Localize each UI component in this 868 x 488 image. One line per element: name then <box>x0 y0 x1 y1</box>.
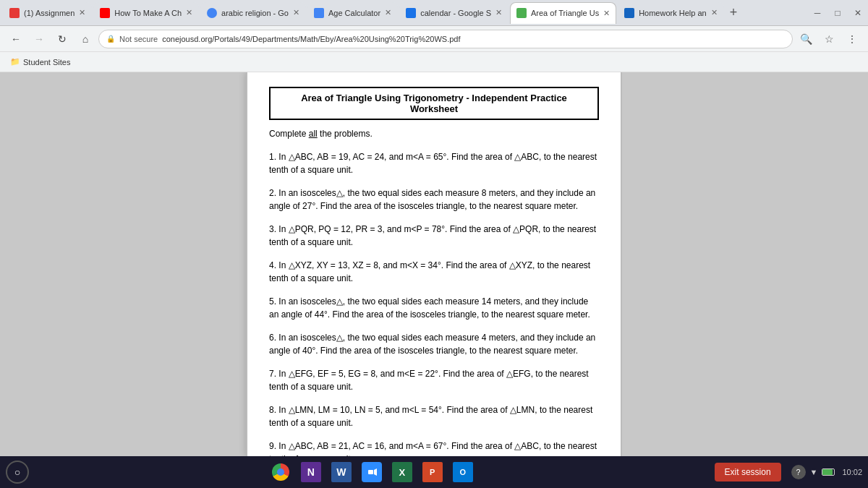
battery-icon <box>822 468 835 476</box>
taskbar-onenote-icon[interactable]: N <box>298 459 324 485</box>
taskbar-excel-icon[interactable]: X <box>389 459 415 485</box>
tab-label-triangle: Area of Triangle Us <box>531 9 599 17</box>
forward-button[interactable]: → <box>29 29 49 49</box>
problem-1: 1. In △ABC, AB = 19, AC = 24, and m<A = … <box>269 150 599 176</box>
triangle-favicon <box>516 8 527 18</box>
browser-content: Area of Triangle Using Trigonometry - In… <box>0 72 868 456</box>
tab-close-google-arabic[interactable]: ✕ <box>293 8 299 17</box>
lock-icon: 🔒 <box>106 35 115 43</box>
taskbar-zoom-icon[interactable] <box>359 459 385 485</box>
zoom-svg <box>365 466 378 479</box>
close-button[interactable]: ✕ <box>851 6 865 20</box>
problem-5: 5. In an isosceles△, the two equal sides… <box>269 295 599 321</box>
taskbar: ○ N W X P O Exit session <box>0 456 868 488</box>
address-bar[interactable]: 🔒 Not secure conejousd.org/Portals/49/De… <box>98 30 793 48</box>
problem-9: 9. In △ABC, AB = 21, AC = 16, and m<A = … <box>269 440 599 456</box>
minimize-button[interactable]: ─ <box>810 6 825 20</box>
home-button[interactable]: ⌂ <box>75 29 95 49</box>
svg-rect-1 <box>368 470 373 474</box>
problem-7: 7. In △EFG, EF = 5, EG = 8, and m<E = 22… <box>269 367 599 393</box>
tab-label-assignments: (1) Assignmen <box>24 9 75 17</box>
window-controls: ─ □ ✕ <box>810 6 865 20</box>
taskbar-word-icon[interactable]: W <box>328 459 354 485</box>
taskbar-home-button[interactable]: ○ <box>6 461 29 484</box>
menu-icon[interactable]: ⋮ <box>842 29 862 49</box>
taskbar-powerpoint-icon[interactable]: P <box>420 459 446 485</box>
problem-2-text: 2. In an isosceles△, the two equal sides… <box>269 188 595 211</box>
battery-level <box>822 469 833 475</box>
problem-1-text: 1. In △ABC, AB = 19, AC = 24, and m<A = … <box>269 152 597 175</box>
tab-calculator[interactable]: Age Calculator ✕ <box>307 2 398 24</box>
bookmarks-bar: 📁 Student Sites <box>0 52 868 72</box>
tab-close-triangle[interactable]: ✕ <box>603 9 610 18</box>
pdf-page: Area of Triangle Using Trigonometry - In… <box>246 72 622 456</box>
exit-session-button[interactable]: Exit session <box>715 463 781 481</box>
problem-8-text: 8. In △LMN, LM = 10, LN = 5, and m<L = 5… <box>269 405 592 428</box>
calculator-favicon <box>314 8 324 18</box>
problem-3-text: 3. In △PQR, PQ = 12, PR = 3, and m<P = 7… <box>269 224 596 247</box>
problem-7-text: 7. In △EFG, EF = 5, EG = 8, and m<E = 22… <box>269 369 589 392</box>
address-text: conejousd.org/Portals/49/Departments/Mat… <box>162 35 460 43</box>
arrow-down-icon[interactable]: ▼ <box>810 468 818 476</box>
security-label: Not secure <box>119 35 158 43</box>
taskbar-outlook-icon[interactable]: O <box>450 459 476 485</box>
bookmark-student-sites[interactable]: 📁 Student Sites <box>6 56 75 68</box>
worksheet-subtitle: Complete all the problems. <box>269 129 599 139</box>
tab-label-google-arabic: arabic religion - Go <box>221 9 289 17</box>
problem-6-text: 6. In an isosceles△, the two equal sides… <box>269 333 595 356</box>
outlook-logo: O <box>453 462 473 482</box>
problem-9-text: 9. In △ABC, AB = 21, AC = 16, and m<A = … <box>269 441 597 456</box>
zoom-logo <box>362 462 382 482</box>
tab-close-calendar[interactable]: ✕ <box>495 8 502 17</box>
new-tab-button[interactable]: + <box>726 5 742 20</box>
excel-logo: X <box>392 462 412 482</box>
tab-label-calculator: Age Calculator <box>328 9 380 17</box>
tab-label-youtube: How To Make A Ch <box>114 9 182 17</box>
folder-icon: 📁 <box>10 57 20 67</box>
tab-close-calculator[interactable]: ✕ <box>385 8 391 17</box>
tab-assignments[interactable]: (1) Assignmen ✕ <box>3 2 92 24</box>
reload-button[interactable]: ↻ <box>52 29 72 49</box>
tab-close-assignments[interactable]: ✕ <box>79 8 85 17</box>
assignments-favicon <box>9 8 20 18</box>
worksheet-title: Area of Triangle Using Trigonometry - In… <box>269 87 599 120</box>
nav-right: 🔍 ☆ ⋮ <box>796 29 862 49</box>
back-button[interactable]: ← <box>6 29 26 49</box>
powerpoint-logo: P <box>422 462 443 482</box>
tab-calendar[interactable]: calendar - Google S ✕ <box>399 2 509 24</box>
problem-4-text: 4. In △XYZ, XY = 13, XZ = 8, and m<X = 3… <box>269 260 590 283</box>
maximize-button[interactable]: □ <box>830 6 845 20</box>
problem-5-text: 5. In an isosceles△, the two equal sides… <box>269 296 590 320</box>
tab-google-arabic[interactable]: arabic religion - Go ✕ <box>200 2 306 24</box>
problem-4: 4. In △XYZ, XY = 13, XZ = 8, and m<X = 3… <box>269 259 599 285</box>
tab-homework[interactable]: Homework Help an ✕ <box>618 2 724 24</box>
homework-favicon <box>624 8 634 18</box>
title-bar: (1) Assignmen ✕ How To Make A Ch ✕ arabi… <box>0 0 868 26</box>
problem-3: 3. In △PQR, PQ = 12, PR = 3, and m<P = 7… <box>269 223 599 249</box>
chrome-logo <box>272 463 289 481</box>
bookmark-label-student-sites: Student Sites <box>23 58 70 67</box>
bookmark-icon[interactable]: ☆ <box>819 29 839 49</box>
tab-close-homework[interactable]: ✕ <box>711 8 718 17</box>
tab-close-youtube[interactable]: ✕ <box>186 8 192 17</box>
tab-triangle[interactable]: Area of Triangle Us ✕ <box>510 2 616 24</box>
right-margin <box>622 72 868 456</box>
google-favicon <box>207 8 217 18</box>
nav-bar: ← → ↻ ⌂ 🔒 Not secure conejousd.org/Porta… <box>0 26 868 52</box>
tab-label-calendar: calendar - Google S <box>420 9 491 17</box>
calendar-favicon <box>406 8 416 18</box>
problem-8: 8. In △LMN, LM = 10, LN = 5, and m<L = 5… <box>269 403 599 429</box>
all-underline: all <box>309 129 318 139</box>
word-logo: W <box>331 462 352 482</box>
taskbar-right-area: ? ▼ 10:02 <box>791 465 862 479</box>
clock-time: 10:02 <box>842 468 862 476</box>
onenote-logo: N <box>301 462 321 482</box>
tab-youtube[interactable]: How To Make A Ch ✕ <box>93 2 199 24</box>
help-icon[interactable]: ? <box>791 465 806 479</box>
home-circle-icon: ○ <box>14 466 20 478</box>
youtube-favicon <box>100 8 110 18</box>
taskbar-chrome-icon[interactable] <box>268 459 294 485</box>
search-icon[interactable]: 🔍 <box>796 29 816 49</box>
problem-2: 2. In an isosceles△, the two equal sides… <box>269 187 599 213</box>
problem-6: 6. In an isosceles△, the two equal sides… <box>269 331 599 357</box>
